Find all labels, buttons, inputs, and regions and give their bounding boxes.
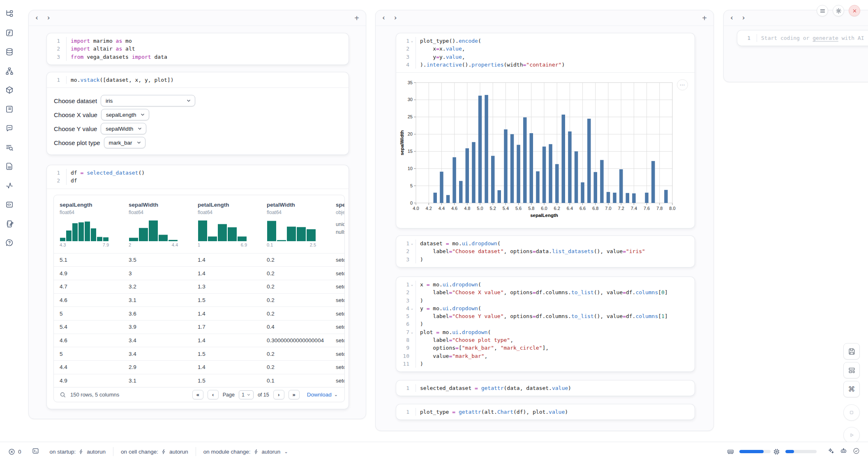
add-cell-icon[interactable]: +: [354, 14, 359, 22]
add-cell-icon[interactable]: +: [702, 14, 707, 22]
packages-icon[interactable]: [3, 84, 16, 96]
fold-icon[interactable]: ⌄: [409, 240, 415, 247]
table-row[interactable]: 53.41.50.2setosa: [54, 347, 344, 360]
code-cell-empty[interactable]: 1 Start coding or generate with AI: [737, 30, 868, 46]
save-button[interactable]: [843, 343, 860, 360]
dependency-graph-icon[interactable]: [3, 65, 16, 77]
notebook-icon[interactable]: [3, 218, 16, 230]
copilot-icon[interactable]: [840, 447, 847, 456]
code-line[interactable]: 3from vega_datasets import data: [49, 53, 346, 61]
panel-scroll-right-icon[interactable]: ›: [47, 14, 50, 21]
last-page-button[interactable]: »: [289, 390, 300, 399]
table-column-header[interactable]: petalWidthfloat640.12.5: [267, 201, 336, 247]
code-line[interactable]: 4⌄y = mo.ui.dropdown(: [399, 304, 692, 312]
code-line[interactable]: 3 y=y.value,: [399, 53, 692, 61]
snippets-icon[interactable]: [3, 198, 16, 211]
code-line[interactable]: 5 label="Choose Y value", options=df.col…: [399, 312, 692, 320]
code-line[interactable]: 2 x=x.value,: [399, 45, 692, 53]
table-row[interactable]: 4.63.41.40.30000000000000004setosa: [54, 334, 344, 347]
next-page-button[interactable]: ›: [273, 390, 284, 399]
code-line[interactable]: 10 value="mark_bar",: [399, 352, 692, 360]
code-line[interactable]: 1df = selected_dataset(): [49, 169, 346, 177]
fold-icon[interactable]: ⌄: [409, 37, 415, 45]
command-palette-button[interactable]: ⌘: [843, 381, 860, 397]
logs-icon[interactable]: [3, 141, 16, 154]
documentation-icon[interactable]: [3, 160, 16, 173]
code-line[interactable]: 2 label="Choose dataset", options=data.l…: [399, 247, 692, 255]
gear-icon[interactable]: [833, 5, 844, 16]
code-line[interactable]: 3): [399, 256, 692, 263]
code-line[interactable]: 2import altair as alt: [49, 45, 346, 53]
table-row[interactable]: 5.43.91.70.4setosa: [54, 320, 344, 334]
code-line[interactable]: 1import marimo as mo: [49, 37, 346, 45]
code-cell-imports[interactable]: 1import marimo as mo2import altair as al…: [47, 33, 349, 65]
run-button[interactable]: [843, 427, 860, 443]
chart-actions-icon[interactable]: ⋯: [677, 79, 688, 90]
table-row[interactable]: 53.61.40.2setosa: [54, 307, 344, 320]
code-line[interactable]: 2df: [49, 177, 346, 184]
table-row[interactable]: 4.42.91.40.2setosa: [54, 360, 344, 374]
table-row[interactable]: 4.931.40.2setosa: [54, 266, 344, 280]
code-line[interactable]: 1⌄plot_type().encode(: [399, 37, 692, 45]
page-select[interactable]: 1: [239, 390, 254, 399]
table-column-header[interactable]: petalLengthfloat6416.9: [198, 201, 267, 247]
panel-scroll-left-icon[interactable]: ‹: [730, 14, 733, 21]
stop-button[interactable]: [843, 404, 860, 421]
download-button[interactable]: Download⌄: [307, 392, 338, 398]
table-column-header[interactable]: speciesobjectunique:nulls:: [336, 201, 345, 247]
terminal-icon[interactable]: [32, 447, 39, 456]
code-cell-selected-dataset[interactable]: 1selected_dataset = getattr(data, datase…: [396, 380, 695, 396]
code-line[interactable]: 1selected_dataset = getattr(data, datase…: [399, 384, 692, 392]
code-line[interactable]: 7⌄plot = mo.ui.dropdown(: [399, 328, 692, 336]
dropdown-select[interactable]: sepalWidth: [101, 123, 146, 134]
editor-placeholder[interactable]: Start coding or generate with AI: [757, 34, 864, 42]
panel-scroll-left-icon[interactable]: ‹: [35, 14, 38, 21]
memory-usage[interactable]: [727, 448, 773, 455]
code-cell-xy-dropdowns[interactable]: 1⌄x = mo.ui.dropdown(2 label="Choose X v…: [396, 277, 695, 371]
table-row[interactable]: 4.63.11.50.2setosa: [54, 293, 344, 307]
code-cell-vstack[interactable]: 1mo.vstack([dataset, x, y, plot]) Choose…: [47, 72, 349, 154]
layout-button[interactable]: [843, 362, 860, 378]
code-line[interactable]: 9 options=["mark_bar", "mark_circle"],: [399, 344, 692, 352]
chat-icon[interactable]: [3, 122, 16, 134]
tracing-icon[interactable]: [3, 180, 16, 192]
panel-scroll-right-icon[interactable]: ›: [742, 14, 745, 21]
code-cell-dataset-dropdown[interactable]: 1⌄dataset = mo.ui.dropdown(2 label="Choo…: [396, 236, 695, 267]
code-line[interactable]: 2 label="Choose X value", options=df.col…: [399, 288, 692, 296]
panel-scroll-left-icon[interactable]: ‹: [382, 14, 385, 21]
on-module-change-setting[interactable]: on module change: autorun ⌄: [203, 449, 288, 455]
fold-icon[interactable]: ⌄: [409, 281, 415, 288]
function-icon[interactable]: [3, 27, 16, 39]
connection-status-icon[interactable]: [853, 447, 860, 456]
table-column-header[interactable]: sepalLengthfloat644.37.9: [60, 201, 129, 247]
table-row[interactable]: 4.93.11.50.1setosa: [54, 374, 344, 387]
dropdown-select[interactable]: sepalLength: [101, 109, 150, 120]
code-line[interactable]: 3): [399, 297, 692, 304]
first-page-button[interactable]: «: [192, 390, 203, 399]
close-icon[interactable]: [849, 5, 860, 16]
code-cell-plot[interactable]: 1⌄plot_type().encode(2 x=x.value,3 y=y.v…: [396, 33, 695, 228]
fold-icon[interactable]: ⌄: [409, 304, 415, 312]
code-line[interactable]: 1⌄dataset = mo.ui.dropdown(: [399, 240, 692, 247]
search-icon[interactable]: [60, 392, 66, 398]
table-row[interactable]: 5.13.51.40.2setosa: [54, 253, 344, 267]
code-line[interactable]: 1mo.vstack([dataset, x, y, plot]): [49, 76, 346, 84]
generate-with-ai-link[interactable]: generate: [813, 35, 838, 41]
menu-icon[interactable]: [817, 5, 828, 16]
code-line[interactable]: 8 label="Choose plot type",: [399, 336, 692, 344]
error-count-badge[interactable]: 0: [8, 448, 21, 455]
code-line[interactable]: 6): [399, 320, 692, 328]
bar-chart[interactable]: 4.04.24.44.64.85.05.25.45.65.86.06.26.46…: [399, 78, 681, 222]
code-cell-plot-type[interactable]: 1plot_type = getattr(alt.Chart(df), plot…: [396, 404, 695, 420]
database-icon[interactable]: [3, 46, 16, 58]
file-tree-icon[interactable]: [3, 7, 16, 20]
code-cell-dataframe[interactable]: 1df = selected_dataset()2df sepalLengthf…: [47, 165, 349, 409]
fold-icon[interactable]: ⌄: [409, 328, 415, 336]
panel-scroll-right-icon[interactable]: ›: [394, 14, 397, 21]
dropdown-select[interactable]: iris: [101, 95, 195, 106]
code-line[interactable]: 1⌄x = mo.ui.dropdown(: [399, 281, 692, 288]
cpu-usage[interactable]: [773, 448, 819, 455]
on-startup-setting[interactable]: on startup: autorun: [50, 449, 106, 455]
code-line[interactable]: 4).interactive().properties(width="conta…: [399, 61, 692, 69]
code-line[interactable]: 11): [399, 360, 692, 368]
